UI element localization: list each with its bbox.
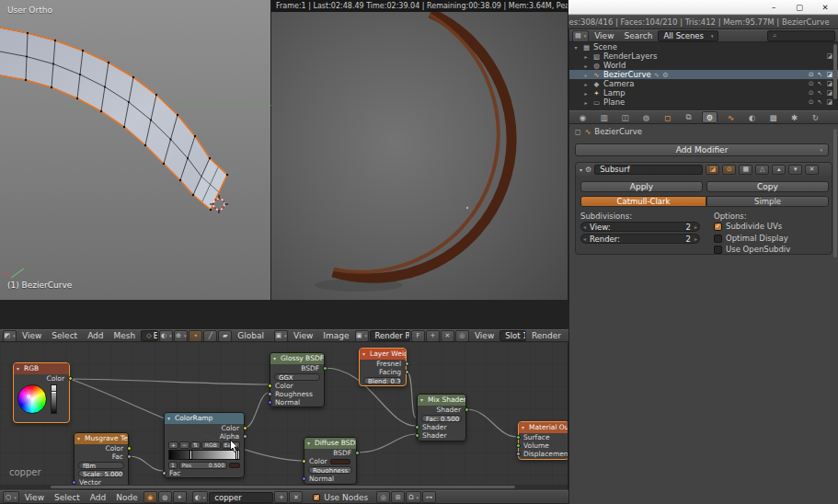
fac-output-socket[interactable]: [127, 454, 132, 459]
delete-stop-button[interactable]: −: [179, 441, 189, 449]
node-menu-select[interactable]: Select: [50, 492, 85, 503]
unlink-material-button[interactable]: ✕: [289, 491, 303, 503]
shader-type-object-icon[interactable]: ◉: [143, 491, 157, 503]
checkbox-checked-icon[interactable]: ✓: [714, 223, 722, 231]
editor-type-3dview-icon[interactable]: ◩▾: [3, 330, 17, 342]
color-mode-select[interactable]: RGB: [201, 441, 220, 449]
backdrop-icon[interactable]: ⊞: [391, 491, 405, 503]
stop-color-swatch[interactable]: [229, 463, 240, 468]
fac-field[interactable]: Fac: 0.500: [421, 415, 462, 422]
collapse-icon[interactable]: ▾: [580, 166, 582, 173]
tab-physics[interactable]: ↻: [808, 111, 823, 123]
shader-type-lamp-icon[interactable]: ✦: [173, 491, 187, 503]
image-browse-icon[interactable]: ▣▾: [355, 330, 369, 342]
expand-icon[interactable]: ▸: [582, 81, 590, 87]
modifier-delete-icon[interactable]: ✕: [805, 165, 819, 175]
bsdf-output-socket[interactable]: [323, 366, 327, 371]
interaction-mode-select[interactable]: ◇Edit Mode: [141, 330, 158, 341]
use-nodes-checkbox[interactable]: ✓ Use Nodes: [313, 493, 368, 502]
node-editor-hscroll-track[interactable]: [0, 485, 568, 489]
modifier-editmode-toggle-icon[interactable]: ▦: [739, 165, 752, 175]
outliner-filter-select[interactable]: All Scenes▾: [658, 30, 718, 41]
node-title[interactable]: Glossy BSDF: [270, 353, 324, 364]
selectability-icon[interactable]: ↖: [818, 98, 823, 106]
tab-material[interactable]: ◐: [744, 111, 760, 123]
node-title[interactable]: ColorRamp: [165, 413, 244, 424]
hide-icon[interactable]: ⊙: [809, 71, 814, 78]
tab-world[interactable]: ◍: [638, 111, 654, 123]
hide-icon[interactable]: ⊙: [809, 80, 814, 87]
checkbox-checked-icon[interactable]: ✓: [313, 494, 320, 501]
unlink-image-button[interactable]: ✕: [441, 330, 454, 342]
snap-magnet-icon[interactable]: Ω▾: [406, 491, 421, 503]
catmull-clark-toggle[interactable]: Catmull-Clark: [580, 196, 706, 207]
close-button[interactable]: ✕: [812, 0, 838, 14]
copy-button[interactable]: Copy: [706, 181, 829, 192]
tab-render-layers[interactable]: ▥: [596, 111, 612, 123]
node-title[interactable]: RGB: [14, 363, 69, 374]
face-select-icon[interactable]: ▰: [218, 330, 232, 342]
render-restrict-icon[interactable]: ◪: [826, 89, 832, 97]
bsdf-output-socket[interactable]: [355, 451, 360, 455]
outliner-row-scene[interactable]: ▾ ▦ Scene: [569, 42, 838, 52]
render-visibility-icon[interactable]: ◪: [826, 52, 832, 60]
modifier-move-up-icon[interactable]: ▴: [772, 165, 786, 175]
selectability-icon[interactable]: ↖: [818, 89, 823, 97]
value-slider[interactable]: [51, 384, 57, 414]
checkbox-icon[interactable]: [714, 235, 722, 243]
view3d-menu-mesh[interactable]: Mesh: [109, 330, 141, 341]
flip-ramp-button[interactable]: ⇅: [190, 441, 201, 449]
expand-icon[interactable]: ▾: [572, 44, 580, 51]
edge-select-icon[interactable]: ╱: [203, 330, 217, 342]
facing-output-socket[interactable]: [405, 370, 409, 374]
fake-user-button[interactable]: F: [411, 330, 425, 342]
outliner-scrollbar[interactable]: [833, 44, 837, 99]
view-subdivisions-field[interactable]: ◂View:2▸: [580, 222, 700, 232]
stop-position-slider[interactable]: Pos0.500: [179, 462, 227, 469]
normal-input-socket[interactable]: [268, 400, 272, 405]
node-rgb[interactable]: RGB Color: [13, 362, 70, 423]
material-browse-icon[interactable]: ◐▾: [192, 491, 209, 503]
editor-type-image-icon[interactable]: ▣▾: [274, 330, 288, 342]
material-name-field[interactable]: copper: [209, 492, 273, 503]
render-layer-select[interactable]: Render: [527, 330, 566, 341]
outliner-row-plane[interactable]: ▸ ▭ Plane ⊙↖◪: [569, 97, 838, 107]
roughness-field[interactable]: Roughness: 0.000: [308, 466, 352, 474]
image-menu-view[interactable]: View: [289, 330, 317, 341]
node-material-output[interactable]: Material Output Surface Volume Displacem…: [518, 421, 568, 460]
tab-modifiers[interactable]: ⚙: [702, 111, 717, 123]
maximize-button[interactable]: ▢: [786, 0, 812, 14]
modifier-cage-toggle-icon[interactable]: △: [755, 165, 769, 175]
node-title[interactable]: Diffuse BSDF: [304, 438, 356, 449]
node-menu-view[interactable]: View: [20, 492, 49, 503]
modifier-viewport-toggle-icon[interactable]: ⊙: [722, 165, 736, 175]
modifier-render-toggle-icon[interactable]: ◪: [706, 165, 719, 175]
shader1-input-socket[interactable]: [415, 425, 419, 430]
tab-object[interactable]: ◻: [660, 111, 675, 123]
use-opensubdiv-checkbox[interactable]: Use OpenSubdiv: [714, 245, 790, 254]
vertex-select-icon[interactable]: ∙: [189, 330, 202, 342]
stop-index-field[interactable]: 1: [168, 462, 178, 469]
node-diffuse-bsdf[interactable]: Diffuse BSDF BSDF Color Roughness: 0.000…: [304, 437, 357, 485]
node-layer-weight[interactable]: Layer Weight Fresnel Facing Blend: 0.300: [359, 348, 407, 386]
node-musgrave-texture[interactable]: Musgrave Texture Color Fac fBm Scale: 5.…: [74, 432, 129, 489]
color-output-socket[interactable]: [68, 376, 73, 381]
editor-type-outliner-icon[interactable]: ▤▾: [572, 30, 589, 42]
tab-texture[interactable]: ▩: [765, 111, 781, 123]
checkbox-icon[interactable]: [714, 246, 722, 254]
subdivide-uvs-checkbox[interactable]: ✓Subdivide UVs: [714, 222, 782, 231]
scale-field[interactable]: Scale: 5.000: [78, 470, 124, 477]
viewport-3d[interactable]: User Ortho (1) BezierCurve: [0, 0, 271, 300]
color-input-socket[interactable]: [268, 384, 272, 388]
snap-mode-icon[interactable]: ⊶: [422, 491, 436, 503]
outliner-search-input[interactable]: ⌕: [767, 30, 835, 41]
shader-output-socket[interactable]: [465, 407, 469, 412]
expand-icon[interactable]: ▸: [582, 99, 590, 106]
new-image-button[interactable]: +: [426, 330, 440, 342]
node-title[interactable]: Mix Shader: [418, 395, 465, 406]
fresnel-output-socket[interactable]: [405, 361, 409, 366]
render-subdivisions-field[interactable]: ◂Render:2▸: [580, 234, 700, 244]
node-menu-node[interactable]: Node: [111, 492, 143, 503]
expand-icon[interactable]: ▸: [582, 72, 590, 78]
tab-scene[interactable]: ◫: [617, 111, 633, 123]
